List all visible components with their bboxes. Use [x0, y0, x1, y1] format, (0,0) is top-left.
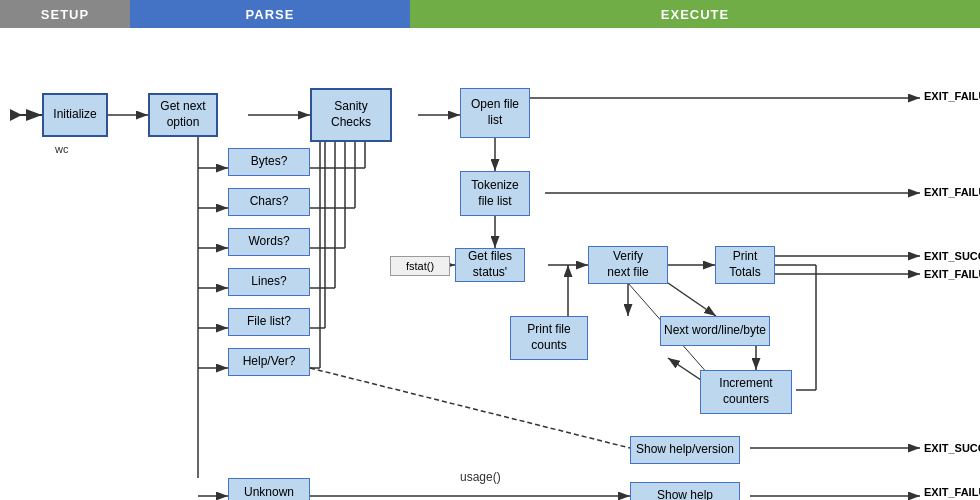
lines-label: Lines?: [251, 274, 286, 290]
exit-failure-1: EXIT_FAILURE: [924, 90, 980, 102]
get-files-status-box: Get files status': [455, 248, 525, 282]
get-next-option-box: Get next option: [148, 93, 218, 137]
svg-line-17: [668, 283, 716, 316]
exit-success-2: EXIT_SUCCESS: [924, 442, 980, 454]
next-word-line-byte-label: Next word/line/byte: [664, 323, 766, 339]
open-file-list-box: Open file list: [460, 88, 530, 138]
header-setup: SETUP: [0, 0, 130, 28]
print-totals-label: Print Totals: [729, 249, 760, 280]
tokenize-file-list-label: Tokenize file list: [471, 178, 518, 209]
exit-failure-4: EXIT_FAILURE: [924, 486, 980, 498]
exit-failure-3: EXIT_FAILURE: [924, 268, 980, 280]
open-file-list-label: Open file list: [471, 97, 519, 128]
chars-label: Chars?: [250, 194, 289, 210]
file-list-label: File list?: [247, 314, 291, 330]
flowchart: Initialize wc Get next option Sanity Che…: [0, 28, 980, 500]
usage-label: usage(): [460, 470, 501, 484]
chars-box: Chars?: [228, 188, 310, 216]
sanity-checks-label: Sanity Checks: [331, 99, 371, 130]
unknown-label: Unknown: [244, 485, 294, 500]
wc-label: wc: [55, 143, 68, 155]
words-label: Words?: [248, 234, 289, 250]
show-help-box: Show help: [630, 482, 740, 500]
increment-counters-box: Increment counters: [700, 370, 792, 414]
show-help-label: Show help: [657, 488, 713, 500]
show-help-version-box: Show help/version: [630, 436, 740, 464]
bytes-label: Bytes?: [251, 154, 288, 170]
help-ver-label: Help/Ver?: [243, 354, 296, 370]
svg-marker-3: [10, 109, 22, 121]
bytes-box: Bytes?: [228, 148, 310, 176]
initialize-box: Initialize: [42, 93, 108, 137]
print-file-counts-label: Print file counts: [527, 322, 570, 353]
words-box: Words?: [228, 228, 310, 256]
header-bar: SETUP PARSE EXECUTE: [0, 0, 980, 28]
get-files-status-label: Get files status': [468, 249, 512, 280]
get-next-option-label: Get next option: [160, 99, 205, 130]
fstat-label: fstat(): [406, 259, 434, 273]
unknown-box: Unknown: [228, 478, 310, 500]
verify-next-file-box: Verify next file: [588, 246, 668, 284]
tokenize-file-list-box: Tokenize file list: [460, 171, 530, 216]
initialize-label: Initialize: [53, 107, 96, 123]
svg-line-41: [310, 368, 630, 448]
fstat-box: fstat(): [390, 256, 450, 276]
show-help-version-label: Show help/version: [636, 442, 734, 458]
exit-failure-2: EXIT_FAILURE: [924, 186, 980, 198]
exit-success-1: EXIT_SUCCESS: [924, 250, 980, 262]
verify-next-file-label: Verify next file: [607, 249, 648, 280]
lines-box: Lines?: [228, 268, 310, 296]
header-parse: PARSE: [130, 0, 410, 28]
help-ver-box: Help/Ver?: [228, 348, 310, 376]
header-execute: EXECUTE: [410, 0, 980, 28]
file-list-box: File list?: [228, 308, 310, 336]
increment-counters-label: Increment counters: [719, 376, 772, 407]
sanity-checks-box: Sanity Checks: [310, 88, 392, 142]
print-totals-box: Print Totals: [715, 246, 775, 284]
print-file-counts-box: Print file counts: [510, 316, 588, 360]
next-word-line-byte-box: Next word/line/byte: [660, 316, 770, 346]
